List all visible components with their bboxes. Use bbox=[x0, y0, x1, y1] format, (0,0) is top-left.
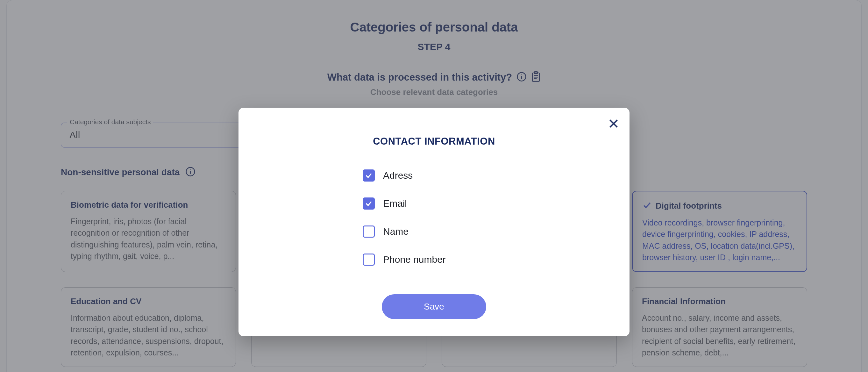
checkbox[interactable] bbox=[363, 197, 375, 210]
contact-info-modal: CONTACT INFORMATION AdressEmailNamePhone… bbox=[239, 107, 629, 336]
checkbox[interactable] bbox=[363, 253, 375, 266]
modal-overlay: CONTACT INFORMATION AdressEmailNamePhone… bbox=[0, 0, 868, 372]
checkbox-item[interactable]: Name bbox=[363, 225, 604, 238]
checkbox-label: Adress bbox=[383, 170, 413, 181]
modal-title: CONTACT INFORMATION bbox=[264, 136, 604, 147]
close-button[interactable] bbox=[607, 117, 620, 130]
checkbox[interactable] bbox=[363, 169, 375, 182]
checkbox-label: Email bbox=[383, 198, 407, 209]
checkbox-item[interactable]: Adress bbox=[363, 169, 604, 182]
checkbox-label: Phone number bbox=[383, 254, 446, 265]
save-button[interactable]: Save bbox=[382, 294, 486, 319]
checkbox-label: Name bbox=[383, 226, 408, 237]
checkbox-item[interactable]: Email bbox=[363, 197, 604, 210]
checkbox[interactable] bbox=[363, 225, 375, 238]
checkbox-item[interactable]: Phone number bbox=[363, 253, 604, 266]
checkbox-list: AdressEmailNamePhone number bbox=[264, 169, 604, 266]
